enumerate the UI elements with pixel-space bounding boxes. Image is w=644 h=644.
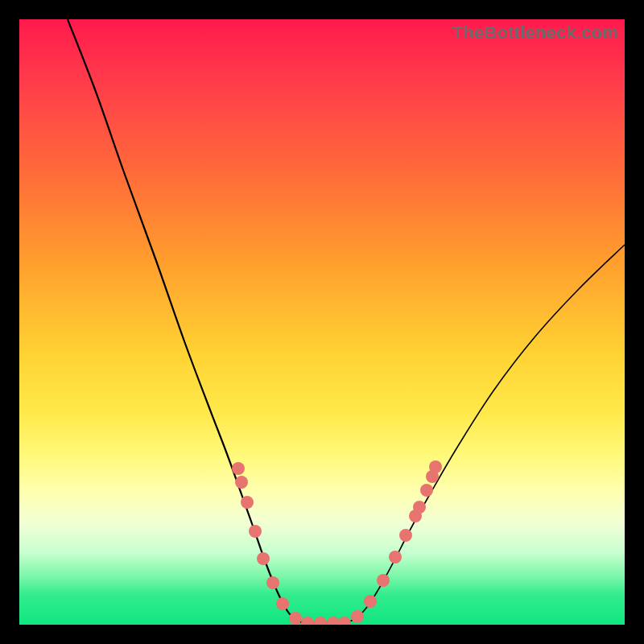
marker-dot: [413, 501, 426, 514]
marker-dot: [301, 617, 314, 625]
marker-dot: [289, 612, 302, 625]
marker-dot: [249, 525, 262, 538]
curve-layer: [19, 19, 625, 625]
marker-dot: [429, 460, 442, 473]
marker-dot: [399, 529, 412, 542]
marker-dot: [338, 617, 351, 625]
chart-frame: TheBottleneck.com: [19, 19, 625, 625]
marker-dot: [235, 476, 248, 489]
marker-dot: [364, 595, 377, 608]
marker-dot: [266, 576, 279, 589]
marker-dot: [377, 574, 390, 587]
marker-dot: [276, 597, 289, 610]
series-right-curve: [345, 245, 625, 623]
marker-dot: [241, 496, 254, 509]
marker-dot: [257, 552, 270, 565]
marker-dot: [232, 462, 245, 475]
marker-dot: [327, 617, 340, 625]
marker-dot: [389, 551, 402, 564]
marker-dot: [351, 610, 364, 623]
marker-dot: [420, 484, 433, 497]
series-left-curve: [68, 19, 305, 623]
marker-dot: [314, 617, 327, 625]
